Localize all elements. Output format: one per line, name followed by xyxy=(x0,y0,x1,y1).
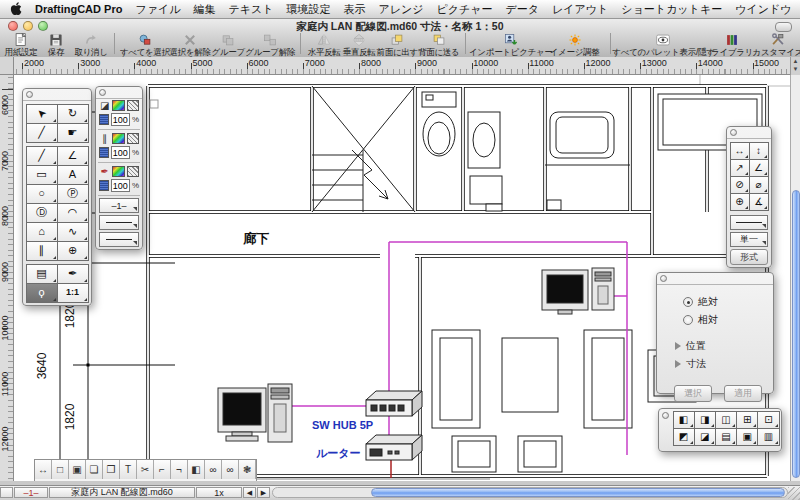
toolbar-toggle-button[interactable] xyxy=(775,22,792,32)
scroll-left-arrow[interactable]: ◀ xyxy=(243,487,256,498)
spread[interactable]: ▥ xyxy=(757,428,779,446)
menu-item-0[interactable]: ファイル xyxy=(135,2,180,17)
overlap-front-button[interactable]: ❏ xyxy=(86,460,103,479)
chain-button[interactable]: ❃ xyxy=(239,460,256,479)
ellipse-tool[interactable]: ○ xyxy=(26,184,58,204)
line-tool[interactable]: ╱ xyxy=(26,146,58,166)
pen-opacity-field[interactable]: 100 xyxy=(111,179,130,192)
select-tool[interactable]: ➤ xyxy=(26,104,58,124)
toolbar-save-button[interactable]: 保存 xyxy=(41,33,71,59)
apple-menu[interactable] xyxy=(10,2,22,16)
palette-close-icon[interactable] xyxy=(26,91,33,98)
align-right[interactable]: ◨ xyxy=(694,411,716,429)
vertical-scrollbar[interactable] xyxy=(790,75,800,481)
toolbar-group-button[interactable]: グループ xyxy=(213,33,243,59)
align-top[interactable]: ◩ xyxy=(673,428,695,446)
window-resize-grip[interactable] xyxy=(788,487,800,500)
toolbar-send-back-button[interactable]: 背面に送る xyxy=(421,33,458,59)
dim-horizontal[interactable]: ↔ xyxy=(730,142,750,160)
menu-item-2[interactable]: テキスト xyxy=(228,2,273,17)
toolbar-import-picture-button[interactable]: インポートピクチャー xyxy=(474,33,548,59)
polyline-tool[interactable]: ∠ xyxy=(57,146,89,166)
dim-diagonal[interactable]: ↗ xyxy=(730,159,750,177)
pen-pattern-swatch[interactable] xyxy=(127,166,139,177)
parallel-tool[interactable]: ∥ xyxy=(26,241,58,261)
insert-node-button[interactable]: ▣ xyxy=(69,460,86,479)
add-node-button[interactable]: □ xyxy=(52,460,69,479)
palette-close-icon[interactable] xyxy=(660,275,667,282)
fill-opacity-field[interactable]: 100 xyxy=(111,113,130,126)
scroll-right-arrow[interactable]: ▶ xyxy=(257,487,270,498)
palette-close-icon[interactable] xyxy=(99,89,106,96)
eyedropper-tool[interactable]: ✒ xyxy=(57,264,89,284)
toolbar-flip-v-button[interactable]: 垂直反転 xyxy=(344,33,374,59)
horizontal-scrollbar-thumb[interactable] xyxy=(371,488,785,497)
dim-format-button[interactable]: 形式 xyxy=(730,249,768,265)
arc-tool[interactable]: ◠ xyxy=(57,203,89,223)
toolbar-ungroup-button[interactable]: グループ解除 xyxy=(248,33,292,59)
horizontal-scrollbar[interactable] xyxy=(272,487,788,498)
menu-item-4[interactable]: 表示 xyxy=(343,2,365,17)
toolbar-customize-button[interactable]: カスタマイズ xyxy=(756,33,800,59)
menu-item-10[interactable]: ウインドウ xyxy=(735,2,791,17)
dim-angle-2[interactable]: ∡ xyxy=(749,193,769,211)
fill-color-swatch[interactable] xyxy=(112,100,124,111)
sheet-tool[interactable]: ▤ xyxy=(26,264,58,284)
stroke-texture-swatch[interactable] xyxy=(99,147,109,158)
text-edit-button[interactable]: T xyxy=(120,460,137,479)
mirror-button[interactable]: ◧ xyxy=(188,460,205,479)
align-bottom[interactable]: ◪ xyxy=(694,428,716,446)
align-left[interactable]: ◧ xyxy=(673,411,695,429)
toolbar-bring-front-button[interactable]: 前面に出す xyxy=(379,33,416,59)
bulb-tool[interactable]: ϙ xyxy=(26,283,58,303)
menu-item-1[interactable]: 編集 xyxy=(193,2,215,17)
line-style-dropdown[interactable]: –1– xyxy=(99,198,139,213)
overlap-back-button[interactable]: ❐ xyxy=(103,460,120,479)
stroke-opacity-field[interactable]: 100 xyxy=(111,146,130,159)
pen-texture-swatch[interactable] xyxy=(99,180,109,191)
segment-tool[interactable]: ╱ xyxy=(26,123,58,143)
spline-tool[interactable]: ∿ xyxy=(57,222,89,242)
toolbar-library-button[interactable]: ライブラリ xyxy=(714,33,751,59)
distribute-h[interactable]: ⊞ xyxy=(736,411,758,429)
toolbar-deselect-button[interactable]: 選択を解除 xyxy=(172,33,208,59)
toolbar-page-setup-button[interactable]: 用紙設定 xyxy=(6,33,36,59)
extend-button[interactable]: ↔ xyxy=(35,460,52,479)
scale-1-1-tool[interactable]: 1:1 xyxy=(57,283,89,303)
toolbar-undo-button[interactable]: 取り消し xyxy=(76,33,106,59)
vertical-scrollbar-thumb[interactable] xyxy=(792,190,800,478)
fill-pattern-swatch[interactable] xyxy=(127,100,139,111)
stack[interactable]: ▣ xyxy=(736,428,758,446)
dim-radius[interactable]: ⌀ xyxy=(749,176,769,194)
align-middle[interactable]: ▤ xyxy=(715,428,737,446)
link-button[interactable]: ∞ xyxy=(205,460,222,479)
toolbar-flip-h-button[interactable]: 水平反転 xyxy=(309,33,339,59)
freeform-tool[interactable]: ⌂ xyxy=(26,222,58,242)
toolbar-select-all-button[interactable]: すべてを選択 xyxy=(123,33,167,59)
document-tab[interactable]: 家庭内 LAN 配線図.md60 xyxy=(49,487,195,498)
centerpoint-tool[interactable]: ⊕ xyxy=(57,241,89,261)
radio-absolute[interactable]: 絶対 xyxy=(657,293,773,311)
palette-close-icon[interactable] xyxy=(730,129,737,136)
menu-item-5[interactable]: アレンジ xyxy=(378,2,423,17)
align-center-h[interactable]: ◫ xyxy=(715,411,737,429)
line-pattern-dropdown[interactable] xyxy=(99,232,139,247)
dim-diameter[interactable]: ⊘ xyxy=(730,176,750,194)
disclosure-dimension[interactable]: 寸法 xyxy=(657,355,773,373)
menu-item-6[interactable]: ピクチャー xyxy=(436,2,492,17)
zoom-level[interactable]: 1x xyxy=(196,487,242,498)
disclosure-position[interactable]: 位置 xyxy=(657,337,773,355)
line-weight-dropdown[interactable] xyxy=(99,215,139,230)
dim-line-dropdown[interactable] xyxy=(730,215,768,230)
distribute-v[interactable]: ⊡ xyxy=(757,411,779,429)
dim-angle[interactable]: ∠ xyxy=(749,159,769,177)
ruler-stepper[interactable]: ▲▼ xyxy=(790,57,800,75)
dim-center[interactable]: ⊕ xyxy=(730,193,750,211)
line-style-indicator[interactable]: –1– xyxy=(14,487,48,498)
menu-item-3[interactable]: 環境設定 xyxy=(286,2,330,17)
radio-relative[interactable]: 相対 xyxy=(657,311,773,329)
rectangle-tool[interactable]: ▭ xyxy=(26,165,58,185)
cut-button[interactable]: ✂ xyxy=(137,460,154,479)
dim-vertical[interactable]: ↕ xyxy=(749,142,769,160)
pen-color-swatch[interactable] xyxy=(112,166,124,177)
